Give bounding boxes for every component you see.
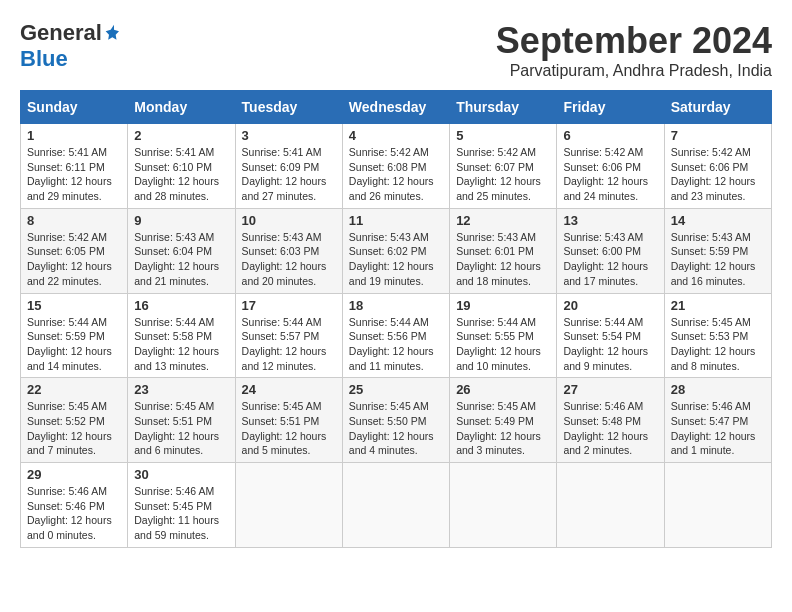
- table-row: 30Sunrise: 5:46 AM Sunset: 5:45 PM Dayli…: [128, 463, 235, 548]
- day-info: Sunrise: 5:44 AM Sunset: 5:59 PM Dayligh…: [27, 315, 121, 374]
- day-info: Sunrise: 5:45 AM Sunset: 5:51 PM Dayligh…: [134, 399, 228, 458]
- day-info: Sunrise: 5:46 AM Sunset: 5:48 PM Dayligh…: [563, 399, 657, 458]
- day-info: Sunrise: 5:45 AM Sunset: 5:49 PM Dayligh…: [456, 399, 550, 458]
- day-number: 12: [456, 213, 550, 228]
- table-row: 25Sunrise: 5:45 AM Sunset: 5:50 PM Dayli…: [342, 378, 449, 463]
- day-number: 5: [456, 128, 550, 143]
- logo-blue-text: Blue: [20, 46, 68, 72]
- day-number: 9: [134, 213, 228, 228]
- col-wednesday: Wednesday: [342, 91, 449, 124]
- title-area: September 2024 Parvatipuram, Andhra Prad…: [496, 20, 772, 80]
- day-number: 15: [27, 298, 121, 313]
- table-row: [342, 463, 449, 548]
- location: Parvatipuram, Andhra Pradesh, India: [496, 62, 772, 80]
- table-row: [664, 463, 771, 548]
- table-row: 4Sunrise: 5:42 AM Sunset: 6:08 PM Daylig…: [342, 124, 449, 209]
- table-row: [235, 463, 342, 548]
- day-number: 28: [671, 382, 765, 397]
- day-info: Sunrise: 5:42 AM Sunset: 6:07 PM Dayligh…: [456, 145, 550, 204]
- day-number: 30: [134, 467, 228, 482]
- table-row: 22Sunrise: 5:45 AM Sunset: 5:52 PM Dayli…: [21, 378, 128, 463]
- day-info: Sunrise: 5:45 AM Sunset: 5:51 PM Dayligh…: [242, 399, 336, 458]
- day-info: Sunrise: 5:41 AM Sunset: 6:11 PM Dayligh…: [27, 145, 121, 204]
- day-number: 10: [242, 213, 336, 228]
- col-thursday: Thursday: [450, 91, 557, 124]
- calendar-week-row: 1Sunrise: 5:41 AM Sunset: 6:11 PM Daylig…: [21, 124, 772, 209]
- calendar-week-row: 15Sunrise: 5:44 AM Sunset: 5:59 PM Dayli…: [21, 293, 772, 378]
- table-row: 12Sunrise: 5:43 AM Sunset: 6:01 PM Dayli…: [450, 208, 557, 293]
- day-info: Sunrise: 5:44 AM Sunset: 5:54 PM Dayligh…: [563, 315, 657, 374]
- col-friday: Friday: [557, 91, 664, 124]
- table-row: 3Sunrise: 5:41 AM Sunset: 6:09 PM Daylig…: [235, 124, 342, 209]
- table-row: [557, 463, 664, 548]
- table-row: 28Sunrise: 5:46 AM Sunset: 5:47 PM Dayli…: [664, 378, 771, 463]
- header: General Blue September 2024 Parvatipuram…: [20, 20, 772, 80]
- table-row: [450, 463, 557, 548]
- table-row: 23Sunrise: 5:45 AM Sunset: 5:51 PM Dayli…: [128, 378, 235, 463]
- day-number: 19: [456, 298, 550, 313]
- day-number: 16: [134, 298, 228, 313]
- day-number: 25: [349, 382, 443, 397]
- day-number: 14: [671, 213, 765, 228]
- day-info: Sunrise: 5:43 AM Sunset: 6:04 PM Dayligh…: [134, 230, 228, 289]
- table-row: 5Sunrise: 5:42 AM Sunset: 6:07 PM Daylig…: [450, 124, 557, 209]
- day-info: Sunrise: 5:44 AM Sunset: 5:55 PM Dayligh…: [456, 315, 550, 374]
- day-info: Sunrise: 5:44 AM Sunset: 5:56 PM Dayligh…: [349, 315, 443, 374]
- table-row: 7Sunrise: 5:42 AM Sunset: 6:06 PM Daylig…: [664, 124, 771, 209]
- calendar: Sunday Monday Tuesday Wednesday Thursday…: [20, 90, 772, 548]
- table-row: 2Sunrise: 5:41 AM Sunset: 6:10 PM Daylig…: [128, 124, 235, 209]
- logo-general-text: General: [20, 20, 102, 46]
- table-row: 14Sunrise: 5:43 AM Sunset: 5:59 PM Dayli…: [664, 208, 771, 293]
- table-row: 11Sunrise: 5:43 AM Sunset: 6:02 PM Dayli…: [342, 208, 449, 293]
- day-number: 27: [563, 382, 657, 397]
- day-info: Sunrise: 5:45 AM Sunset: 5:53 PM Dayligh…: [671, 315, 765, 374]
- day-number: 18: [349, 298, 443, 313]
- table-row: 24Sunrise: 5:45 AM Sunset: 5:51 PM Dayli…: [235, 378, 342, 463]
- table-row: 1Sunrise: 5:41 AM Sunset: 6:11 PM Daylig…: [21, 124, 128, 209]
- day-number: 20: [563, 298, 657, 313]
- table-row: 17Sunrise: 5:44 AM Sunset: 5:57 PM Dayli…: [235, 293, 342, 378]
- table-row: 20Sunrise: 5:44 AM Sunset: 5:54 PM Dayli…: [557, 293, 664, 378]
- day-info: Sunrise: 5:45 AM Sunset: 5:50 PM Dayligh…: [349, 399, 443, 458]
- table-row: 9Sunrise: 5:43 AM Sunset: 6:04 PM Daylig…: [128, 208, 235, 293]
- table-row: 18Sunrise: 5:44 AM Sunset: 5:56 PM Dayli…: [342, 293, 449, 378]
- day-number: 29: [27, 467, 121, 482]
- day-info: Sunrise: 5:43 AM Sunset: 6:02 PM Dayligh…: [349, 230, 443, 289]
- table-row: 16Sunrise: 5:44 AM Sunset: 5:58 PM Dayli…: [128, 293, 235, 378]
- day-info: Sunrise: 5:42 AM Sunset: 6:05 PM Dayligh…: [27, 230, 121, 289]
- table-row: 15Sunrise: 5:44 AM Sunset: 5:59 PM Dayli…: [21, 293, 128, 378]
- day-number: 22: [27, 382, 121, 397]
- calendar-week-row: 29Sunrise: 5:46 AM Sunset: 5:46 PM Dayli…: [21, 463, 772, 548]
- table-row: 10Sunrise: 5:43 AM Sunset: 6:03 PM Dayli…: [235, 208, 342, 293]
- day-info: Sunrise: 5:46 AM Sunset: 5:46 PM Dayligh…: [27, 484, 121, 543]
- day-number: 1: [27, 128, 121, 143]
- day-info: Sunrise: 5:42 AM Sunset: 6:08 PM Dayligh…: [349, 145, 443, 204]
- day-info: Sunrise: 5:44 AM Sunset: 5:57 PM Dayligh…: [242, 315, 336, 374]
- day-info: Sunrise: 5:43 AM Sunset: 5:59 PM Dayligh…: [671, 230, 765, 289]
- day-number: 8: [27, 213, 121, 228]
- day-info: Sunrise: 5:42 AM Sunset: 6:06 PM Dayligh…: [671, 145, 765, 204]
- day-info: Sunrise: 5:45 AM Sunset: 5:52 PM Dayligh…: [27, 399, 121, 458]
- table-row: 8Sunrise: 5:42 AM Sunset: 6:05 PM Daylig…: [21, 208, 128, 293]
- day-info: Sunrise: 5:46 AM Sunset: 5:47 PM Dayligh…: [671, 399, 765, 458]
- day-number: 11: [349, 213, 443, 228]
- day-info: Sunrise: 5:42 AM Sunset: 6:06 PM Dayligh…: [563, 145, 657, 204]
- calendar-week-row: 8Sunrise: 5:42 AM Sunset: 6:05 PM Daylig…: [21, 208, 772, 293]
- table-row: 21Sunrise: 5:45 AM Sunset: 5:53 PM Dayli…: [664, 293, 771, 378]
- day-number: 4: [349, 128, 443, 143]
- col-monday: Monday: [128, 91, 235, 124]
- day-number: 3: [242, 128, 336, 143]
- day-info: Sunrise: 5:43 AM Sunset: 6:03 PM Dayligh…: [242, 230, 336, 289]
- calendar-week-row: 22Sunrise: 5:45 AM Sunset: 5:52 PM Dayli…: [21, 378, 772, 463]
- day-number: 6: [563, 128, 657, 143]
- calendar-header-row: Sunday Monday Tuesday Wednesday Thursday…: [21, 91, 772, 124]
- table-row: 29Sunrise: 5:46 AM Sunset: 5:46 PM Dayli…: [21, 463, 128, 548]
- table-row: 13Sunrise: 5:43 AM Sunset: 6:00 PM Dayli…: [557, 208, 664, 293]
- day-number: 7: [671, 128, 765, 143]
- day-number: 2: [134, 128, 228, 143]
- table-row: 19Sunrise: 5:44 AM Sunset: 5:55 PM Dayli…: [450, 293, 557, 378]
- col-tuesday: Tuesday: [235, 91, 342, 124]
- calendar-body: 1Sunrise: 5:41 AM Sunset: 6:11 PM Daylig…: [21, 124, 772, 548]
- day-number: 21: [671, 298, 765, 313]
- day-info: Sunrise: 5:41 AM Sunset: 6:10 PM Dayligh…: [134, 145, 228, 204]
